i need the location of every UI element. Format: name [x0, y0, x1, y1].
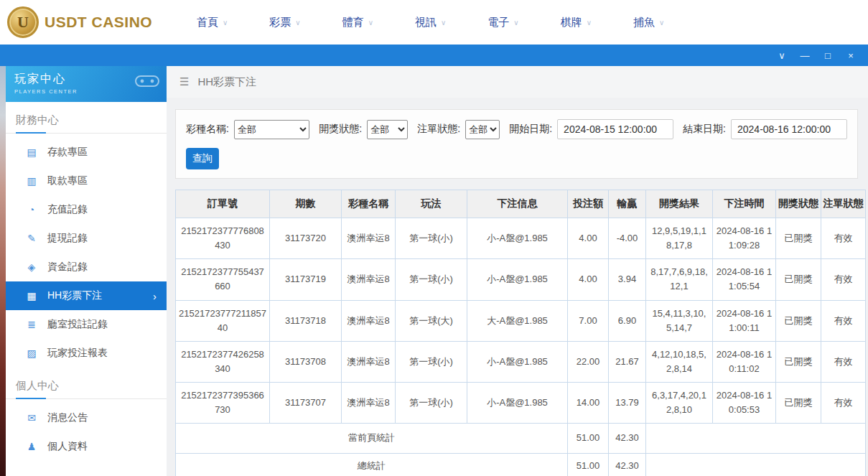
table-row: 215217237775543766031173719澳洲幸运8第一球(小)小-… [176, 259, 866, 300]
nav-item-彩票[interactable]: 彩票∨ [269, 16, 300, 29]
nav-item-捕魚[interactable]: 捕魚∨ [633, 16, 664, 29]
sidebar-item-提現記錄[interactable]: ✎提現記錄 [6, 224, 167, 253]
draw-status-select[interactable]: 全部 [367, 120, 408, 139]
nav-item-棋牌[interactable]: 棋牌∨ [561, 16, 592, 29]
table-cell: 4.00 [568, 218, 609, 259]
table-cell: 8,17,7,6,9,18,12,1 [646, 259, 713, 300]
summary-empty [646, 424, 866, 453]
summary-label: 當前頁統計 [176, 424, 568, 453]
chevron-down-icon: ∨ [368, 19, 373, 27]
bets-table: 訂單號期數彩種名稱玩法下注信息投注額輸贏開獎結果下注時間開獎狀態注單狀態 215… [175, 190, 866, 476]
table-cell: 澳洲幸运8 [342, 259, 396, 300]
column-header-投注額: 投注額 [568, 190, 609, 218]
table-cell: 已開獎 [776, 300, 821, 341]
page-header: ☰ HH彩票下注 [167, 66, 868, 98]
table-cell: 有效 [821, 218, 866, 259]
sidebar-item-消息公告[interactable]: ✉消息公告 [6, 403, 167, 432]
funds-record-icon: ◈ [26, 261, 37, 273]
sidebar-item-存款專區[interactable]: ▤存款專區 [6, 138, 167, 167]
bets-table-wrap: 訂單號期數彩種名稱玩法下注信息投注額輸贏開獎結果下注時間開獎狀態注單狀態 215… [175, 190, 858, 476]
table-cell: 小-A盤@1.985 [467, 259, 568, 300]
close-icon[interactable]: × [845, 51, 857, 60]
summary-win-total: 42.30 [609, 424, 646, 453]
table-cell: 2152172377755437660 [176, 259, 270, 300]
table-cell: 21.67 [609, 341, 646, 382]
room-bet-record-icon: ≣ [26, 319, 37, 330]
sidebar-item-label: 充值記錄 [47, 203, 88, 216]
table-cell: 2152172377426258340 [176, 341, 270, 382]
sidebar-item-HH彩票下注[interactable]: ▦HH彩票下注› [6, 281, 167, 310]
main-content: ☰ HH彩票下注 彩種名稱:全部開獎狀態:全部注單狀態:全部開始日期:結束日期:… [167, 66, 868, 476]
table-cell: 已開獎 [776, 218, 821, 259]
table-cell: 2024-08-16 11:00:11 [713, 300, 776, 341]
sidebar-item-label: 資金記錄 [47, 261, 88, 274]
end-date-input[interactable] [731, 119, 847, 139]
sidebar-item-取款專區[interactable]: ▥取款專區 [6, 167, 167, 195]
topnav-items: 首頁∨彩票∨體育∨視訊∨電子∨棋牌∨捕魚∨ [197, 16, 664, 29]
table-cell: 澳洲幸运8 [342, 218, 396, 259]
usdt-logo-icon: U [7, 6, 39, 38]
nav-item-體育[interactable]: 體育∨ [342, 16, 373, 29]
section-label-財務中心: 財務中心 [6, 102, 167, 134]
sidebar-item-label: 消息公告 [47, 411, 88, 424]
search-button[interactable]: 查詢 [186, 148, 219, 169]
hamburger-icon[interactable]: ☰ [179, 75, 189, 88]
brand-logo[interactable]: U USDT CASINO [0, 6, 167, 38]
table-cell: 澳洲幸运8 [342, 383, 396, 424]
sidebar-item-個人資料[interactable]: ♟個人資料 [6, 432, 167, 461]
bet-status-select[interactable]: 全部 [465, 120, 500, 139]
table-cell: 31173720 [270, 218, 342, 259]
nav-item-電子[interactable]: 電子∨ [487, 16, 518, 29]
table-cell: 有效 [821, 259, 866, 300]
sidebar-menu: 財務中心▤存款專區▥取款專區◔充值記錄✎提現記錄◈資金記錄▦HH彩票下注›≣廳室… [6, 102, 167, 461]
table-cell: 14.00 [568, 383, 609, 424]
sidebar-item-充值記錄[interactable]: ◔充值記錄 [6, 195, 167, 224]
table-cell: 已開獎 [776, 259, 821, 300]
table-cell: 2152172377776808430 [176, 218, 270, 259]
lottery-bet-icon: ▦ [26, 290, 37, 302]
player-report-icon: ▨ [26, 347, 37, 359]
column-header-玩法: 玩法 [396, 190, 467, 218]
summary-empty [646, 453, 866, 476]
sidebar-item-廳室投註記錄[interactable]: ≣廳室投註記錄 [6, 310, 167, 339]
brand-text: USDT CASINO [45, 14, 152, 31]
start-date-input-label: 開始日期: [509, 123, 552, 136]
draw-status-select-label: 開獎狀態: [319, 123, 362, 136]
table-cell: 小-A盤@1.985 [467, 218, 568, 259]
table-cell: 2024-08-16 11:05:54 [713, 259, 776, 300]
minimize-icon[interactable]: — [799, 51, 811, 60]
chevron-right-icon: › [153, 290, 157, 302]
table-cell: 2024-08-16 10:11:02 [713, 341, 776, 382]
chevron-down-icon: ∨ [587, 19, 592, 27]
chevron-down-icon[interactable]: ∨ [776, 51, 788, 60]
table-cell: 31173708 [270, 341, 342, 382]
column-header-開獎狀態: 開獎狀態 [776, 190, 821, 218]
sidebar-item-label: 玩家投注報表 [47, 347, 108, 360]
lottery-type-select[interactable]: 全部 [234, 120, 309, 139]
table-cell: 第一球(小) [396, 341, 467, 382]
table-cell: 6,3,17,4,20,12,8,10 [646, 383, 713, 424]
table-cell: 15,4,11,3,10,5,14,7 [646, 300, 713, 341]
column-header-期數: 期數 [270, 190, 342, 218]
sidebar-header: 玩家中心 PLAYERS CENTER [6, 66, 167, 102]
summary-bet-total: 51.00 [568, 453, 609, 476]
table-cell: 13.79 [609, 383, 646, 424]
summary-label: 總統計 [176, 453, 568, 476]
sidebar-item-資金記錄[interactable]: ◈資金記錄 [6, 253, 167, 281]
column-header-注單狀態: 注單狀態 [821, 190, 866, 218]
chevron-down-icon: ∨ [223, 19, 228, 27]
maximize-icon[interactable]: □ [822, 51, 834, 60]
sidebar-item-label: 存款專區 [47, 146, 88, 159]
table-cell: 澳洲幸运8 [342, 341, 396, 382]
nav-item-label: 首頁 [197, 16, 218, 29]
sidebar-item-玩家投注報表[interactable]: ▨玩家投注報表 [6, 339, 167, 368]
deposit-icon: ▤ [26, 146, 37, 158]
start-date-input[interactable] [557, 119, 673, 139]
nav-item-視訊[interactable]: 視訊∨ [415, 16, 446, 29]
nav-item-label: 電子 [487, 16, 509, 29]
table-cell: 7.00 [568, 300, 609, 341]
column-header-輸贏: 輸贏 [609, 190, 646, 218]
sidebar: 玩家中心 PLAYERS CENTER 財務中心▤存款專區▥取款專區◔充值記錄✎… [6, 66, 167, 476]
nav-item-首頁[interactable]: 首頁∨ [197, 16, 228, 29]
window-body: 玩家中心 PLAYERS CENTER 財務中心▤存款專區▥取款專區◔充值記錄✎… [0, 66, 868, 476]
